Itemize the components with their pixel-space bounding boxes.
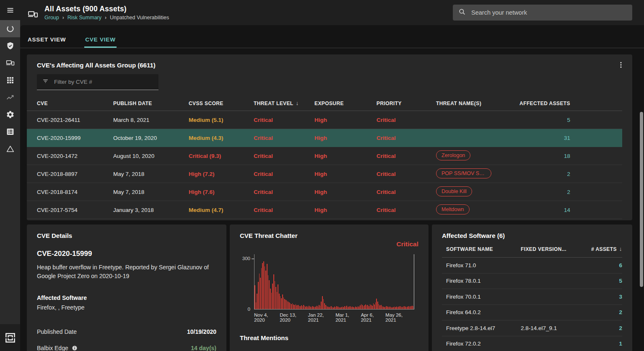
software-row[interactable]: Freetype 2.8-14.el72.8-14.el7_9.12 bbox=[442, 320, 622, 336]
cell-fixed-version: 2.8-14.el7_9.1 bbox=[521, 325, 591, 331]
chatter-bar bbox=[269, 280, 270, 309]
cve-filter[interactable] bbox=[37, 74, 158, 90]
chatter-bar bbox=[289, 302, 290, 309]
chatter-bar bbox=[256, 302, 257, 309]
threat-name-pill[interactable]: Zerologon bbox=[436, 150, 470, 160]
shield-check-icon[interactable] bbox=[0, 37, 20, 54]
global-search[interactable] bbox=[453, 5, 632, 21]
software-table-header: SOFTWARE NAMEFIXED VERSION...# ASSETS↓ bbox=[442, 246, 622, 258]
top-header: All Assets (900 Assets) Group›Risk Summa… bbox=[20, 0, 644, 25]
cell-publish-date: May 7, 2018 bbox=[113, 171, 189, 177]
chatter-bar bbox=[275, 281, 275, 309]
column-header-threat-level[interactable]: THREAT LEVEL↓ bbox=[254, 100, 314, 106]
column-header-affected-assets[interactable]: AFFECTED ASSETS bbox=[518, 101, 570, 106]
cve-row[interactable]: CVE-2021-26411March 8, 2021Medium (5.1)C… bbox=[27, 111, 622, 129]
tab-asset-view[interactable]: ASSET VIEW bbox=[27, 31, 67, 48]
warning-triangle-icon[interactable] bbox=[0, 140, 20, 157]
software-row[interactable]: Firefox 71.06 bbox=[442, 258, 622, 274]
chatter-bar bbox=[396, 307, 397, 309]
chatter-bar bbox=[335, 307, 336, 309]
menu-icon[interactable] bbox=[0, 0, 20, 20]
breadcrumb-group[interactable]: Group bbox=[44, 15, 59, 21]
column-header-cvss-score[interactable]: CVSS SCORE bbox=[189, 101, 254, 106]
chatter-bar bbox=[407, 307, 408, 309]
column-header-cve[interactable]: CVE bbox=[27, 101, 113, 106]
software-row[interactable]: Firefox 64.0.22 bbox=[442, 305, 622, 321]
cell-exposure: High bbox=[314, 153, 377, 159]
page-scrollbar[interactable] bbox=[640, 112, 643, 287]
chatter-bar bbox=[321, 302, 322, 309]
chatter-bar bbox=[294, 305, 295, 309]
chatter-bar bbox=[283, 297, 284, 309]
chatter-bar bbox=[338, 307, 338, 309]
chatter-bar bbox=[306, 306, 307, 309]
kebab-menu-icon[interactable] bbox=[617, 61, 625, 69]
devices-icon[interactable] bbox=[0, 54, 20, 72]
chatter-bar bbox=[259, 274, 260, 309]
chatter-bar bbox=[322, 296, 323, 309]
software-row[interactable]: Firefox 72.0.21 bbox=[442, 336, 622, 351]
chatter-bar bbox=[309, 306, 309, 309]
tab-cve-view[interactable]: CVE VIEW bbox=[84, 31, 116, 48]
column-header-priority[interactable]: PRIORITY bbox=[377, 101, 436, 106]
chatter-bar bbox=[278, 284, 278, 309]
sw-column-header-fixed-version-[interactable]: FIXED VERSION... bbox=[521, 246, 591, 252]
affected-software-card: Affected Software (6) SOFTWARE NAMEFIXED… bbox=[432, 225, 632, 351]
sw-column-header-software-name[interactable]: SOFTWARE NAME bbox=[446, 246, 521, 252]
sw-column-header--assets[interactable]: # ASSETS↓ bbox=[591, 246, 622, 252]
chatter-bar bbox=[314, 307, 315, 309]
chatter-bar bbox=[286, 300, 286, 309]
chatter-bar bbox=[301, 305, 302, 309]
chatter-bar bbox=[361, 304, 362, 309]
column-header-exposure[interactable]: EXPOSURE bbox=[314, 101, 377, 106]
view-tabs: ASSET VIEW CVE VIEW bbox=[20, 31, 644, 48]
balbix-logo-icon[interactable] bbox=[0, 324, 20, 351]
chatter-bar bbox=[268, 275, 269, 309]
cell-priority: Critical bbox=[377, 171, 436, 177]
cell-cve-id: CVE-2020-15999 bbox=[27, 135, 113, 141]
settings-gear-icon[interactable] bbox=[0, 106, 20, 123]
cell-threat-names: POP SS/MOV SS... bbox=[436, 168, 518, 180]
cve-filter-input[interactable] bbox=[53, 78, 153, 85]
software-row[interactable]: Firefox 70.0.13 bbox=[442, 289, 622, 305]
report-list-icon[interactable] bbox=[0, 123, 20, 140]
software-row[interactable]: Firefox 78.0.15 bbox=[442, 274, 622, 289]
threat-name-pill[interactable]: POP SS/MOV SS... bbox=[436, 168, 491, 178]
cve-row[interactable]: CVE-2020-1472August 10, 2020Critical (9.… bbox=[27, 147, 622, 165]
cell-cvss-score: Critical (9.3) bbox=[189, 153, 254, 159]
cve-row[interactable]: CVE-2017-5754January 3, 2018Medium (4.7)… bbox=[27, 201, 622, 219]
threat-chatter-card: CVE Threat Chatter Critical 300 0 Nov 4,… bbox=[230, 225, 428, 351]
apps-grid-icon[interactable] bbox=[0, 72, 20, 89]
trending-up-icon[interactable] bbox=[0, 89, 20, 106]
chatter-bar bbox=[282, 294, 283, 309]
breadcrumb-risk-summary[interactable]: Risk Summary bbox=[68, 15, 101, 21]
risk-dial-icon[interactable] bbox=[0, 20, 20, 37]
chatter-bar bbox=[373, 303, 374, 309]
x-axis-label: May 26, 2021 bbox=[385, 312, 414, 323]
info-icon[interactable] bbox=[72, 345, 78, 351]
cve-row[interactable]: CVE-2018-8897May 7, 2018High (7.2)Critic… bbox=[27, 165, 622, 183]
cell-affected-assets: 31 bbox=[518, 135, 570, 141]
cell-threat-names: Meltdown bbox=[436, 204, 518, 216]
chatter-bar bbox=[305, 307, 306, 309]
cve-row[interactable]: CVE-2018-8174May 7, 2018High (7.6)Critic… bbox=[27, 183, 622, 201]
chatter-bar bbox=[355, 307, 356, 309]
chatter-bar bbox=[261, 268, 262, 309]
search-input[interactable] bbox=[470, 9, 627, 16]
chatter-bar bbox=[358, 307, 359, 309]
cell-threat-level: Critical bbox=[254, 135, 314, 141]
column-header-publish-date[interactable]: PUBLISH DATE bbox=[113, 101, 189, 106]
cve-table-header: CVEPUBLISH DATECVSS SCORETHREAT LEVEL↓EX… bbox=[27, 100, 622, 111]
software-table-body: Firefox 71.06Firefox 78.0.15Firefox 70.0… bbox=[442, 258, 622, 351]
chatter-bar bbox=[287, 301, 288, 309]
chatter-bar bbox=[358, 306, 358, 309]
cell-affected-assets: 2 bbox=[518, 171, 570, 177]
cell-software-name: Firefox 64.0.2 bbox=[446, 309, 521, 315]
cell-threat-level: Critical bbox=[254, 117, 314, 123]
cell-asset-count: 2 bbox=[591, 325, 622, 331]
cell-publish-date: January 3, 2018 bbox=[113, 207, 189, 213]
threat-name-pill[interactable]: Meltdown bbox=[436, 204, 470, 214]
column-header-threat-name-s-[interactable]: THREAT NAME(S) bbox=[436, 101, 518, 106]
threat-name-pill[interactable]: Double Kill bbox=[436, 186, 472, 196]
cve-row[interactable]: CVE-2020-15999October 19, 2020Medium (4.… bbox=[27, 129, 622, 147]
